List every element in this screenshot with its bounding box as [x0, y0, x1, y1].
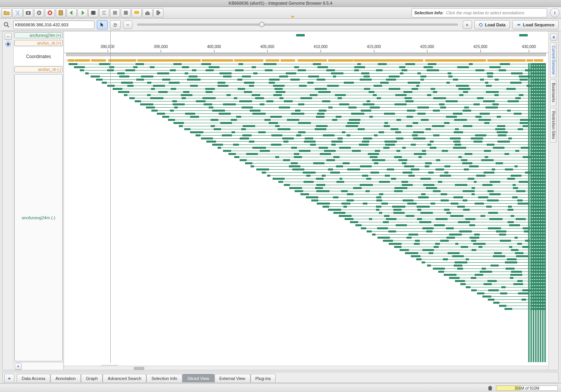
tab-external-view[interactable]: External View [214, 374, 250, 382]
svg-rect-5 [59, 10, 63, 15]
dna-icon[interactable] [12, 8, 22, 17]
stop-button[interactable] [45, 8, 55, 17]
ruler-tick: 395,000 [154, 45, 168, 49]
zoom-slider[interactable] [135, 21, 460, 29]
feature-blip[interactable] [296, 34, 305, 36]
track-label-big[interactable]: anofunevg24m (-) [14, 74, 63, 361]
load-sequence-label: Load Sequence [523, 22, 554, 27]
track-radio[interactable] [5, 41, 11, 47]
tab-plug-ins[interactable]: Plug-ins [250, 374, 276, 382]
add-track-button[interactable]: + [15, 363, 22, 370]
align-button[interactable] [99, 8, 109, 17]
horizontal-scrollbar[interactable] [64, 366, 548, 370]
tab-graph[interactable]: Graph [81, 374, 103, 382]
selection-info-hint: Click the map below to select annotation… [446, 10, 524, 15]
gray-button-1[interactable] [110, 8, 120, 17]
track-label-coordinates[interactable]: Coordinates [14, 48, 63, 65]
svg-rect-7 [91, 11, 92, 15]
track-label-plus1[interactable]: anofunevg24m (+) [14, 32, 63, 38]
back-button[interactable] [67, 8, 77, 17]
tab-advanced-search[interactable]: Advanced Search [103, 374, 146, 382]
zoom-out-button[interactable]: − [123, 21, 132, 29]
left-gutter: − [3, 31, 14, 370]
selection-info-label: Selection Info: [414, 10, 444, 15]
ruler-tick: 390,000 [101, 45, 115, 49]
zoom-marker-icon [291, 16, 295, 20]
bottom-tab-bar: Data Access Annotation Graph Advanced Se… [2, 372, 559, 383]
log-button[interactable] [56, 8, 66, 17]
right-tab-restriction-sites[interactable]: Restriction Sites [550, 108, 557, 143]
svg-rect-8 [95, 11, 96, 15]
open-file-button[interactable] [2, 8, 12, 17]
exit-button[interactable] [153, 8, 163, 17]
right-tab-bookmarks[interactable]: Bookmarks [550, 79, 557, 106]
tab-annotation[interactable]: Annotation [50, 374, 81, 382]
bottom-panel-toggle[interactable] [4, 374, 14, 382]
ruler-tick: 405,000 [260, 45, 274, 49]
track-label-panel: anofunevg24m (+) anofun_vb (+) Coordinat… [14, 31, 64, 370]
svg-rect-12 [156, 10, 159, 15]
right-panel-toggle[interactable] [550, 34, 557, 41]
right-tab-panel: Current Genome Bookmarks Restriction Sit… [548, 31, 558, 370]
ruler-tick: 400,000 [207, 45, 221, 49]
cursor-position-line [110, 31, 111, 363]
zoom-in-button[interactable]: + [463, 21, 472, 29]
info-icon[interactable]: i [550, 8, 559, 17]
memory-bar: 356M of 910M [496, 385, 558, 391]
tab-selection-info[interactable]: Selection Info [146, 374, 182, 382]
main-toolbar: Selection Info: Click the map below to s… [0, 7, 561, 19]
annotation-track-orange[interactable] [66, 58, 546, 62]
scrollbar-thumb[interactable] [134, 367, 144, 370]
svg-rect-10 [124, 11, 128, 15]
ruler-tick: 410,000 [314, 45, 328, 49]
svg-rect-11 [134, 11, 139, 14]
plus-strand-track [64, 33, 548, 38]
genome-canvas[interactable]: 390,000395,000400,000405,000410,000415,0… [64, 31, 548, 370]
home-button[interactable] [142, 8, 153, 17]
memory-text: 356M of 910M [496, 386, 558, 390]
load-data-label: Load Data [485, 22, 506, 27]
svg-rect-9 [113, 11, 117, 15]
settings-button[interactable] [34, 8, 44, 17]
svg-rect-14 [517, 24, 520, 25]
tab-data-access[interactable]: Data Access [17, 374, 50, 382]
track-label-minus1[interactable]: anofun_vb (-) [14, 66, 63, 72]
track-label-plus2[interactable]: anofun_vb (+) [14, 40, 63, 46]
collapse-minus-button[interactable]: − [5, 33, 12, 40]
snapshot-button[interactable] [23, 8, 33, 17]
coordinate-input[interactable] [13, 21, 94, 29]
gray-button-2[interactable] [121, 8, 131, 17]
load-sequence-button[interactable]: Load Sequence [512, 20, 559, 29]
svg-point-3 [39, 12, 40, 13]
film-button[interactable] [88, 8, 98, 17]
svg-point-13 [4, 22, 8, 26]
forward-button[interactable] [77, 8, 87, 17]
note-button[interactable] [132, 8, 142, 17]
right-tab-current-genome[interactable]: Current Genome [550, 42, 557, 78]
zoom-slider-thumb[interactable] [259, 22, 264, 27]
ruler-tick: 430,000 [522, 45, 536, 49]
pointer-tool[interactable] [97, 20, 108, 29]
tab-sliced-view[interactable]: Sliced View [182, 374, 214, 382]
main-panel: − anofunevg24m (+) anofun_vb (+) Coordin… [2, 31, 559, 370]
ruler-tick: 425,000 [474, 45, 487, 49]
pan-tool[interactable] [110, 20, 121, 29]
feature-blip[interactable] [519, 34, 528, 36]
window-title: KB668836 (afunf1) - Integrated Genome Br… [229, 1, 333, 5]
coordinate-ruler: 390,000395,000400,000405,000410,000415,0… [64, 45, 548, 53]
reads-track[interactable] [66, 63, 546, 362]
search-icon[interactable] [2, 21, 11, 29]
status-bar: 356M of 910M [0, 383, 561, 392]
navigation-bar: − + Load Data Load Sequence [0, 19, 561, 31]
ruler-tick: 420,000 [420, 45, 434, 49]
load-data-button[interactable]: Load Data [474, 20, 510, 29]
svg-point-1 [27, 12, 29, 14]
window-title-bar: KB668836 (afunf1) - Integrated Genome Br… [0, 0, 561, 7]
gc-trash-icon[interactable] [487, 385, 493, 391]
ruler-tick: 415,000 [367, 45, 381, 49]
selection-info-box: Selection Info: Click the map below to s… [412, 8, 547, 17]
add-track-row: + [14, 362, 63, 370]
ruler-band [66, 53, 546, 56]
